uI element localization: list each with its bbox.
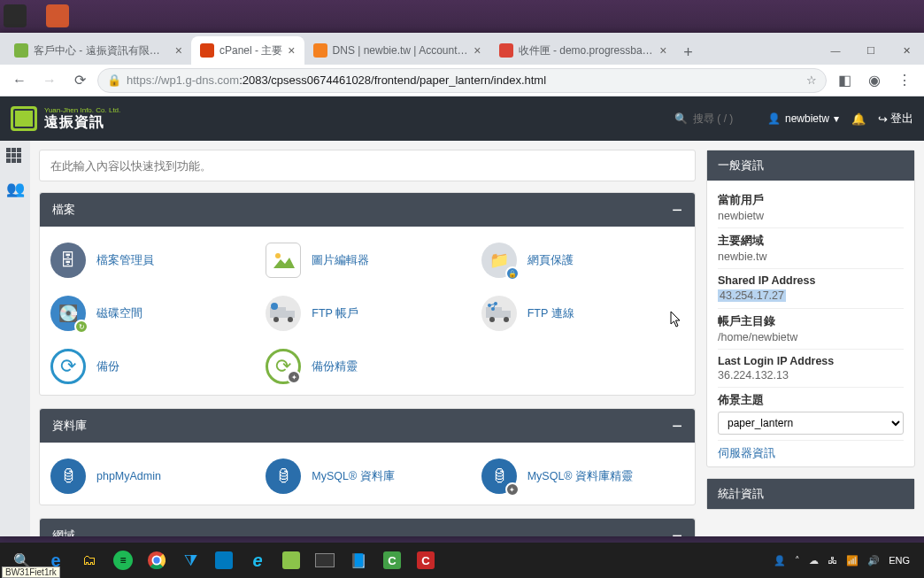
item-ftp-connections[interactable]: FTP 連線 [480, 292, 686, 335]
language-indicator[interactable]: ENG [889, 555, 910, 566]
brand[interactable]: Yuan-Jhen Info. Co. Ltd. 遠振資訊 [11, 106, 120, 131]
tab-title: DNS | newbie.tw | Account | Clo [333, 44, 469, 57]
network-tray-icon[interactable]: 🖧 [828, 555, 837, 566]
system-tray[interactable]: 👤 ˄ ☁ 🖧 📶 🔊 ENG [774, 555, 919, 566]
tab-cpanel[interactable]: cPanel - 主要 × [191, 36, 304, 65]
svg-point-0 [275, 253, 281, 258]
collapse-icon[interactable]: − [672, 416, 682, 436]
logout-button[interactable]: ↪ 登出 [878, 111, 913, 127]
profile-icon[interactable]: ◉ [862, 68, 887, 93]
status-overlay: BW31Fiet1rk [2, 566, 60, 578]
extensions-icon[interactable]: ◧ [832, 68, 857, 93]
notifications-button[interactable]: 🔔 [851, 112, 866, 126]
lock-icon: 🔒 [107, 73, 121, 87]
ftp-network-icon [481, 296, 517, 331]
item-mysql-db[interactable]: 🛢MySQL® 資料庫 [264, 455, 470, 497]
item-backup-wizard[interactable]: ⟳✦備份精靈 [264, 345, 470, 388]
svg-point-8 [489, 317, 495, 322]
info-last-login: Last Login IP Address 36.224.132.13 [718, 350, 904, 388]
panel-database-header[interactable]: 資料庫 − [40, 409, 695, 443]
tab-gmail[interactable]: 收件匣 - demo.progressbar.tw × [490, 36, 676, 65]
info-shared-ip: Shared IP Address 43.254.17.27 [718, 269, 904, 309]
database-wizard-icon: 🛢✦ [481, 459, 517, 494]
user-icon: 👤 [767, 112, 781, 125]
tab-dns[interactable]: DNS | newbie.tw | Account | Clo × [304, 36, 490, 65]
desktop-icon-app[interactable] [46, 4, 69, 27]
new-tab-button[interactable]: + [676, 40, 701, 65]
camtasia-icon[interactable]: C [375, 543, 409, 578]
window-controls: — ☐ ✕ [818, 36, 924, 65]
item-web-protect[interactable]: 📁🔒網頁保護 [480, 239, 686, 281]
tray-chevron-icon[interactable]: ˄ [795, 555, 800, 566]
tab-customer-center[interactable]: 客戶中心 - 遠振資訊有限公司 × [5, 36, 191, 65]
minimize-button[interactable]: — [818, 36, 853, 65]
stats-panel: 統計資訊 [706, 478, 915, 510]
item-disk-space[interactable]: 💽↻磁碟空間 [49, 292, 255, 335]
panel-domain-header[interactable]: 網域 − [40, 519, 695, 536]
panel-files-header[interactable]: 檔案 − [40, 193, 695, 227]
panel-title: 資料庫 [52, 418, 87, 434]
people-tray-icon[interactable]: 👤 [774, 555, 786, 566]
app-green-icon[interactable] [274, 543, 308, 578]
item-phpmyadmin[interactable]: 🛢phpMyAdmin [49, 455, 255, 497]
page-body: 👥 檔案 − 🗄檔案管理員 圖片編輯器 � [0, 141, 924, 536]
trello-icon[interactable] [207, 543, 241, 578]
brand-logo-icon [11, 106, 37, 131]
tab-title: 收件匣 - demo.progressbar.tw [519, 43, 655, 58]
url-input[interactable]: 🔒 https://wp1.g-dns.com:2083/cpsess06744… [97, 68, 827, 93]
cloud-tray-icon[interactable]: ☁ [809, 555, 819, 566]
maximize-button[interactable]: ☐ [853, 36, 889, 65]
top-search[interactable]: 🔍 [674, 112, 755, 125]
ftp-truck-icon [266, 296, 301, 331]
collapse-icon[interactable]: − [672, 200, 682, 220]
theme-select[interactable]: paper_lantern [718, 412, 904, 435]
item-ftp-accounts[interactable]: FTP 帳戶 [264, 292, 470, 335]
favicon [14, 43, 28, 58]
main-content: 檔案 − 🗄檔案管理員 圖片編輯器 📁🔒網頁保護 💽↻磁碟空間 FTP 帳戶 F… [30, 141, 924, 536]
wifi-tray-icon[interactable]: 📶 [846, 555, 859, 566]
ie-icon[interactable]: e [241, 543, 274, 578]
spotify-icon[interactable]: ≡ [106, 543, 140, 578]
item-image-editor[interactable]: 圖片編輯器 [264, 239, 470, 281]
svg-point-3 [273, 317, 279, 322]
brand-text: Yuan-Jhen Info. Co. Ltd. 遠振資訊 [44, 107, 120, 129]
svg-rect-2 [286, 311, 295, 318]
close-icon[interactable]: × [474, 43, 481, 58]
file-explorer-icon[interactable]: 🗂 [73, 543, 106, 578]
top-search-input[interactable] [693, 112, 755, 125]
user-name: newbietw [785, 112, 829, 125]
chrome-icon[interactable] [140, 543, 173, 578]
desktop-icon-trash[interactable] [4, 4, 27, 27]
users-icon[interactable]: 👥 [6, 180, 24, 196]
forward-button[interactable]: → [37, 68, 62, 93]
item-file-manager[interactable]: 🗄檔案管理員 [49, 239, 255, 281]
back-button[interactable]: ← [7, 68, 32, 93]
close-icon[interactable]: × [659, 43, 666, 58]
disk-icon: 💽↻ [50, 296, 86, 331]
close-window-button[interactable]: ✕ [889, 36, 924, 65]
home-grid-icon[interactable] [6, 148, 24, 164]
collapse-icon[interactable]: − [672, 526, 682, 537]
notes-icon[interactable]: 📘 [342, 543, 375, 578]
bookmark-star-icon[interactable]: ☆ [806, 73, 817, 87]
recorder-icon[interactable]: C [409, 543, 443, 578]
caret-down-icon: ▾ [834, 112, 839, 125]
file-cabinet-icon: 🗄 [50, 243, 86, 278]
volume-tray-icon[interactable]: 🔊 [867, 555, 880, 566]
item-mysql-wizard[interactable]: 🛢✦MySQL® 資料庫精靈 [480, 455, 686, 497]
terminal-icon[interactable] [308, 543, 342, 578]
vscode-icon[interactable]: ⧩ [173, 543, 207, 578]
menu-icon[interactable]: ⋮ [892, 68, 917, 93]
reload-button[interactable]: ⟳ [67, 68, 92, 93]
folder-lock-icon: 📁🔒 [481, 243, 517, 278]
user-menu[interactable]: 👤 newbietw ▾ [767, 112, 839, 125]
feature-search-input[interactable] [39, 150, 696, 181]
tab-strip: 客戶中心 - 遠振資訊有限公司 × cPanel - 主要 × DNS | ne… [0, 33, 924, 65]
stats-header: 統計資訊 [707, 479, 914, 509]
close-icon[interactable]: × [175, 43, 182, 58]
panel-title: 網域 [52, 528, 75, 536]
server-info-link[interactable]: 伺服器資訊 [718, 441, 904, 463]
item-backup[interactable]: ⟳備份 [49, 345, 255, 388]
close-icon[interactable]: × [288, 43, 295, 58]
panel-domain: 網域 − 🌐 🌐 🌐 [39, 518, 696, 536]
